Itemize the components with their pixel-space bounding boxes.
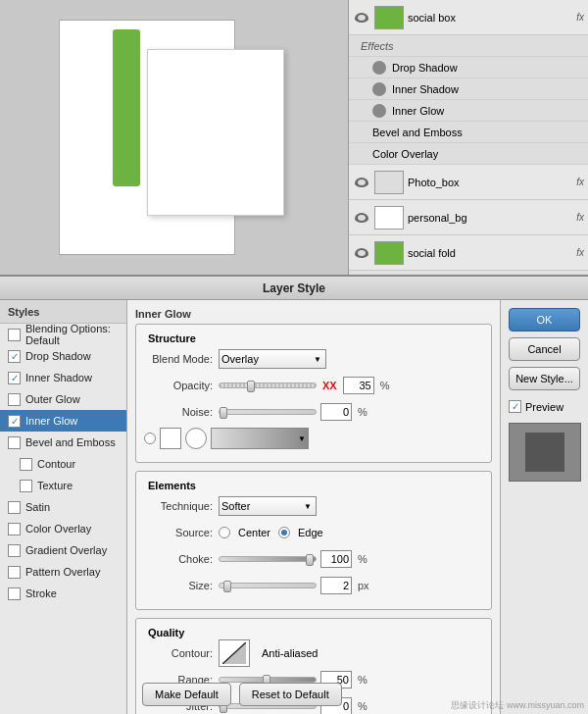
choke-input[interactable] (320, 550, 352, 568)
radio-edge[interactable] (278, 527, 290, 538)
opacity-slider-track[interactable] (219, 382, 317, 388)
eye-icon-photo (355, 178, 368, 187)
color-row: ▼ (144, 428, 483, 449)
make-default-button[interactable]: Make Default (142, 683, 231, 706)
layer-fx-social-fold: fx (576, 247, 584, 258)
size-input[interactable] (320, 577, 352, 594)
circle-gradient-btn[interactable] (185, 428, 207, 449)
effect-color-overlay[interactable]: Color Overlay (349, 143, 588, 165)
checkbox-stroke[interactable] (8, 587, 21, 600)
effect-bevel-emboss[interactable]: Bevel and Emboss (349, 122, 588, 143)
noise-label: Noise: (144, 406, 213, 418)
jitter-unit: % (358, 700, 368, 712)
source-label: Source: (144, 527, 213, 538)
layer-name-photo: Photo_box (408, 177, 574, 188)
layer-fx-photo: fx (576, 177, 584, 187)
layer-personal-bg[interactable]: personal_bg fx (349, 200, 588, 235)
checkbox-satin[interactable] (8, 501, 21, 514)
size-slider-thumb[interactable] (223, 581, 231, 592)
layer-thumb-social-fold (374, 241, 404, 265)
checkbox-blending[interactable] (8, 329, 21, 341)
choke-slider-thumb[interactable] (306, 554, 314, 566)
style-stroke[interactable]: Stroke (0, 583, 126, 604)
noise-row: Noise: % (144, 401, 483, 423)
radio-color[interactable] (144, 433, 156, 444)
elements-section-title: Elements (144, 480, 200, 491)
color-swatch-white[interactable] (160, 428, 181, 449)
styles-panel: Styles Blending Options: Default Drop Sh… (0, 300, 127, 714)
size-label: Size: (144, 580, 213, 591)
opacity-slider-thumb[interactable] (247, 381, 255, 392)
style-inner-shadow[interactable]: Inner Shadow (0, 367, 126, 388)
preview-row: Preview (509, 400, 580, 413)
effect-inner-glow[interactable]: Inner Glow (349, 100, 588, 122)
opacity-input[interactable] (343, 377, 374, 394)
checkbox-pattern-overlay[interactable] (8, 566, 21, 579)
contour-preview[interactable] (219, 639, 250, 667)
style-satin[interactable]: Satin (0, 496, 126, 518)
checkbox-inner-glow[interactable] (8, 415, 21, 428)
choke-unit: % (358, 553, 368, 565)
choke-label: Choke: (144, 553, 213, 565)
layer-thumb-social-box (374, 6, 404, 29)
blend-mode-label: Blend Mode: (144, 353, 213, 365)
layer-social-box[interactable]: social box fx (349, 0, 588, 35)
eye-icon-social-fold (355, 248, 368, 258)
style-texture[interactable]: Texture (0, 475, 126, 496)
size-slider-track[interactable] (219, 583, 317, 588)
contour-controls: Anti-aliased (219, 639, 318, 667)
layer-eye-social-fold[interactable] (353, 244, 370, 262)
layer-eye-personal[interactable] (353, 209, 370, 227)
edge-label: Edge (298, 527, 323, 538)
layer-photo-box[interactable]: Photo_box fx (349, 165, 588, 200)
checkbox-color-overlay[interactable] (8, 523, 21, 536)
eye-icon-drop-shadow (372, 61, 386, 75)
layer-eye-social-box[interactable] (353, 9, 370, 26)
style-gradient-overlay[interactable]: Gradient Overlay (0, 539, 126, 561)
checkbox-drop-shadow[interactable] (8, 350, 21, 363)
style-drop-shadow[interactable]: Drop Shadow (0, 345, 126, 367)
style-outer-glow[interactable]: Outer Glow (0, 388, 126, 410)
effect-drop-shadow[interactable]: Drop Shadow (349, 57, 588, 78)
style-bevel-emboss[interactable]: Bevel and Emboss (0, 432, 126, 453)
noise-unit: % (358, 406, 368, 418)
preview-checkbox[interactable] (509, 400, 521, 413)
style-color-overlay[interactable]: Color Overlay (0, 518, 126, 539)
layer-social-fold[interactable]: social fold fx (349, 235, 588, 271)
checkbox-outer-glow[interactable] (8, 393, 21, 406)
layer-name-social-box: social box (408, 12, 574, 24)
technique-select[interactable]: Softer (219, 496, 317, 516)
preview-label: Preview (525, 401, 564, 413)
style-contour[interactable]: Contour (0, 453, 126, 475)
blend-mode-select[interactable]: Overlay (219, 349, 326, 369)
noise-slider-track[interactable] (219, 409, 317, 415)
dialog-titlebar: Layer Style (0, 277, 588, 300)
effect-inner-shadow[interactable]: Inner Shadow (349, 78, 588, 100)
checkbox-texture[interactable] (20, 480, 32, 492)
ok-button[interactable]: OK (509, 308, 580, 332)
canvas-area (0, 0, 353, 275)
layer-eye-photo-box[interactable] (353, 174, 370, 191)
choke-slider-track[interactable] (219, 556, 317, 562)
noise-slider-thumb[interactable] (220, 407, 227, 419)
checkbox-contour[interactable] (20, 458, 32, 471)
style-pattern-overlay[interactable]: Pattern Overlay (0, 561, 126, 583)
checkbox-inner-shadow[interactable] (8, 372, 21, 384)
size-row: Size: px (144, 575, 483, 596)
noise-input[interactable] (320, 403, 352, 421)
opacity-label: Opacity: (144, 380, 213, 391)
anti-aliased-label: Anti-aliased (262, 647, 318, 659)
radio-center[interactable] (219, 527, 230, 538)
main-content-area: Inner Glow Structure Blend Mode: Overlay… (127, 300, 500, 714)
style-blending-options[interactable]: Blending Options: Default (0, 324, 126, 345)
cancel-button[interactable]: Cancel (509, 337, 580, 361)
style-inner-glow[interactable]: Inner Glow (0, 410, 126, 432)
effects-section: Effects Drop Shadow Inner Shadow Inner G… (349, 35, 588, 165)
structure-section: Structure Blend Mode: Overlay Opacity: X… (135, 324, 492, 463)
blend-mode-row: Blend Mode: Overlay (144, 348, 483, 370)
checkbox-gradient-overlay[interactable] (8, 544, 21, 557)
new-style-button[interactable]: New Style... (509, 367, 580, 390)
checkbox-bevel-emboss[interactable] (8, 436, 21, 449)
gradient-swatch[interactable]: ▼ (211, 428, 309, 449)
reset-default-button[interactable]: Reset to Default (239, 683, 342, 706)
